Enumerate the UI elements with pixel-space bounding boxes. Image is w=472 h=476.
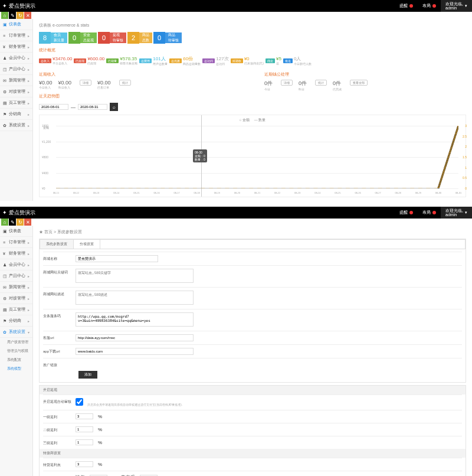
layout-link[interactable]: 布局: [418, 207, 441, 219]
brand-text: 爱点赞演示: [9, 2, 35, 10]
date-to-input[interactable]: [78, 104, 107, 110]
menu-pages[interactable]: ▤页工管理▸: [0, 304, 32, 315]
menu-news[interactable]: ✉新闻管理▸: [0, 282, 32, 293]
as-tag-2[interactable]: 统计: [315, 80, 327, 86]
menu-members[interactable]: ♟会员中心▸: [0, 259, 32, 270]
theme-yellow[interactable]: ↻: [17, 12, 24, 19]
menu-api[interactable]: ⚙对接管理▸: [0, 293, 32, 304]
topbar: ✦ 爱点赞演示 提醒 布局 欢迎光临,admin▾: [0, 207, 472, 219]
input-service-code[interactable]: [76, 312, 194, 327]
user-menu[interactable]: 欢迎光临,admin ▾: [441, 0, 472, 12]
leaf-icon: ✦: [2, 210, 7, 216]
input-kefu[interactable]: [76, 334, 194, 341]
theme-yellow[interactable]: ↻: [17, 219, 24, 226]
date-from-input[interactable]: [39, 104, 68, 110]
theme-green[interactable]: ⌂: [1, 12, 8, 19]
input-lv3[interactable]: [76, 439, 93, 445]
tree-icon: ⚑: [3, 112, 7, 116]
theme-red[interactable]: ✕: [24, 219, 31, 226]
chart-svg: [56, 126, 458, 188]
theme-green[interactable]: ⌂: [1, 219, 8, 226]
chart-controls: — ⌕: [39, 103, 466, 111]
search-button[interactable]: ⌕: [110, 103, 118, 111]
menu-news[interactable]: ✉新闻管理▸: [0, 75, 32, 86]
metric-sub: 今日新增人数: [294, 62, 312, 66]
as-tag-1[interactable]: 详细: [281, 80, 293, 86]
user-icon: ♟: [3, 263, 7, 267]
plug-icon: ⚙: [3, 296, 7, 301]
income-sold: ¥0.00: [97, 80, 111, 86]
news-icon: ✉: [3, 79, 7, 83]
metric-tag: 推送: [283, 58, 293, 63]
sub-sysmodel[interactable]: 系统模型: [0, 364, 32, 373]
user-icon: ♟: [3, 56, 7, 60]
as-tag-3[interactable]: 查看全部: [350, 80, 368, 86]
metric-value: ¥0: [244, 56, 264, 61]
breadcrumb: ★ 首页 > 系统参数设置: [39, 229, 466, 235]
stat-goods[interactable]: 2商品总数: [127, 32, 152, 44]
stat-funds[interactable]: 0资金总提现: [68, 32, 97, 44]
tabs: 系统参数设置 分项设置: [40, 239, 466, 249]
input-lv1[interactable]: [76, 413, 93, 419]
menu-finance[interactable]: ¥财务管理▸: [0, 248, 32, 259]
stat-pending[interactable]: 0商品待审核: [153, 32, 182, 44]
metric-tag: 佣金: [266, 58, 275, 63]
input-app[interactable]: [76, 348, 194, 355]
chk-autopass[interactable]: [76, 398, 83, 406]
menu-orders[interactable]: ≡订单管理▸: [0, 30, 32, 41]
user-menu[interactable]: 欢迎光临,admin▾: [441, 207, 472, 219]
leaf-icon: ✦: [2, 3, 7, 9]
menu-members[interactable]: ♟会员中心▸: [0, 53, 32, 64]
notify-link[interactable]: 提醒: [395, 0, 418, 12]
tab-sys-param[interactable]: 系统参数设置: [40, 240, 74, 249]
income-tag-detail[interactable]: 详细: [80, 80, 91, 86]
chevron-icon: ▸: [28, 101, 30, 105]
metric-value: 127次: [216, 56, 228, 62]
input-seo-desc[interactable]: [76, 291, 194, 305]
layout-badge: [432, 211, 436, 214]
metric: 推送0人今日新增人数: [283, 56, 312, 66]
theme-red[interactable]: ✕: [24, 12, 31, 19]
withdraw-header: 开启返现: [40, 386, 466, 395]
layout-badge: [432, 4, 436, 8]
menu-dashboard[interactable]: ▣仪表盘: [0, 226, 32, 237]
menu-pages[interactable]: ▤页工管理▸: [0, 97, 32, 109]
layout-link[interactable]: 布局: [418, 0, 441, 12]
menu-reseller[interactable]: ⚑分销商▸: [0, 315, 32, 327]
sub-user-config[interactable]: 用户设置管理: [0, 338, 32, 347]
page-icon: ▤: [3, 101, 7, 105]
sub-admin[interactable]: 管理员与权限: [0, 347, 32, 356]
list-icon: ≡: [3, 240, 7, 244]
notify-link[interactable]: 提醒: [395, 207, 418, 219]
sub-sysconf[interactable]: 系统配置: [0, 356, 32, 364]
chevron-down-icon: ▾: [465, 210, 467, 215]
menu-reseller[interactable]: ⚑分销商▸: [0, 109, 32, 120]
input-res-def[interactable]: [76, 461, 93, 467]
menu-products[interactable]: ◫产品中心▸: [0, 64, 32, 75]
input-seo-kw[interactable]: [76, 269, 194, 283]
tab-sub-config[interactable]: 分项设置: [74, 240, 100, 249]
menu-finance[interactable]: ¥财务管理▸: [0, 41, 32, 53]
menu-settings[interactable]: ✿系统设置▾: [0, 327, 32, 338]
input-lv2[interactable]: [76, 426, 93, 432]
input-site-name[interactable]: [76, 255, 158, 262]
search-icon: ⌕: [113, 105, 116, 110]
menu-settings[interactable]: ✿系统设置▸: [0, 120, 32, 131]
menu-api[interactable]: ⚙对接管理▸: [0, 86, 32, 97]
page-icon: ▤: [3, 308, 7, 312]
menu-dashboard[interactable]: ▣仪表盘: [0, 19, 32, 30]
brand: ✦ 爱点赞演示: [2, 2, 35, 10]
metric-sub: 销售出账金额: [120, 61, 137, 65]
lbl-site-name: 商城名称: [43, 255, 76, 262]
menu-products[interactable]: ◫产品中心▸: [0, 270, 32, 282]
submit-button[interactable]: 添加: [78, 371, 97, 379]
menu-orders[interactable]: ≡订单管理▸: [0, 237, 32, 248]
notify-badge: [409, 211, 413, 214]
lbl-lv1: 一级返利: [43, 413, 76, 420]
stat-members[interactable]: 8会员新注册: [39, 32, 67, 44]
income-tag-stats[interactable]: 统计: [119, 80, 131, 86]
theme-black[interactable]: ✎: [9, 219, 16, 226]
stat-withdraw[interactable]: 0提现待审核: [98, 32, 126, 44]
news-icon: ✉: [3, 285, 7, 289]
theme-black[interactable]: ✎: [9, 12, 16, 19]
